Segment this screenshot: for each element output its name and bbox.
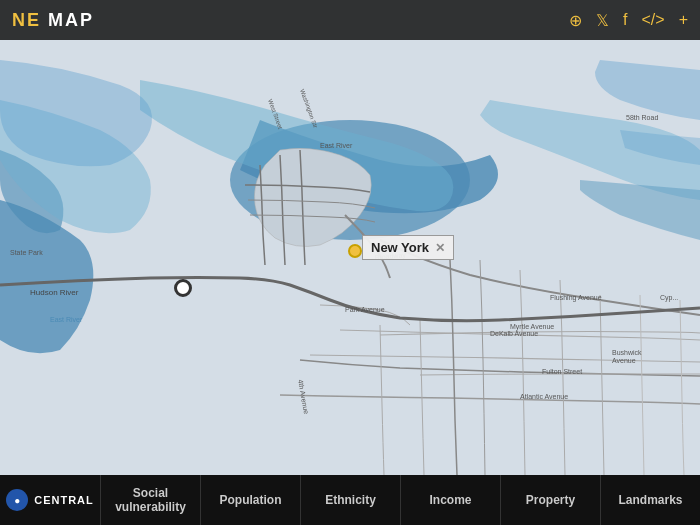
tooltip-label: New York xyxy=(371,240,429,255)
logo-text: CENTRAL xyxy=(34,494,94,506)
bottom-tab-bar: ● CENTRAL Social vulnerability Populatio… xyxy=(0,475,700,525)
location-marker-white xyxy=(174,279,192,297)
tab-social-vulnerability[interactable]: Social vulnerability xyxy=(100,475,201,525)
facebook-icon[interactable]: f xyxy=(623,11,627,29)
svg-text:Avenue: Avenue xyxy=(612,357,636,364)
map-container[interactable]: Broadway Myrtle Avenue DeKalb Avenue Atl… xyxy=(0,0,700,475)
tab-ethnicity[interactable]: Ethnicity xyxy=(301,475,401,525)
location-marker-yellow xyxy=(348,244,362,258)
tooltip-close-button[interactable]: ✕ xyxy=(435,241,445,255)
tab-landmarks[interactable]: Landmarks xyxy=(601,475,700,525)
svg-text:Hudson River: Hudson River xyxy=(30,288,79,297)
clock-icon[interactable]: ⊕ xyxy=(569,11,582,30)
location-tooltip: New York ✕ xyxy=(362,235,454,260)
header: NE MAP ⊕ 𝕏 f </> + xyxy=(0,0,700,40)
svg-text:DeKalb Avenue: DeKalb Avenue xyxy=(490,330,538,337)
add-icon[interactable]: + xyxy=(679,11,688,29)
code-icon[interactable]: </> xyxy=(642,11,665,29)
tab-property[interactable]: Property xyxy=(501,475,601,525)
app: NE MAP ⊕ 𝕏 f </> + xyxy=(0,0,700,525)
svg-text:Park Avenue: Park Avenue xyxy=(345,306,385,313)
svg-text:Atlantic Avenue: Atlantic Avenue xyxy=(520,393,568,400)
svg-text:East River: East River xyxy=(320,142,353,149)
bottom-logo: ● CENTRAL xyxy=(0,475,100,525)
svg-text:Flushing Avenue: Flushing Avenue xyxy=(550,294,602,302)
svg-text:East River: East River xyxy=(50,316,83,323)
logo-icon: ● xyxy=(6,489,28,511)
tab-population[interactable]: Population xyxy=(201,475,301,525)
svg-text:Fulton Street: Fulton Street xyxy=(542,368,582,375)
svg-text:Bushwick: Bushwick xyxy=(612,349,642,356)
svg-text:State Park: State Park xyxy=(10,249,43,256)
svg-text:Cyp...: Cyp... xyxy=(660,294,678,302)
header-title: NE MAP xyxy=(12,10,94,31)
twitter-icon[interactable]: 𝕏 xyxy=(596,11,609,30)
svg-text:58th Road: 58th Road xyxy=(626,114,658,121)
header-icons: ⊕ 𝕏 f </> + xyxy=(569,11,688,30)
tab-income[interactable]: Income xyxy=(401,475,501,525)
